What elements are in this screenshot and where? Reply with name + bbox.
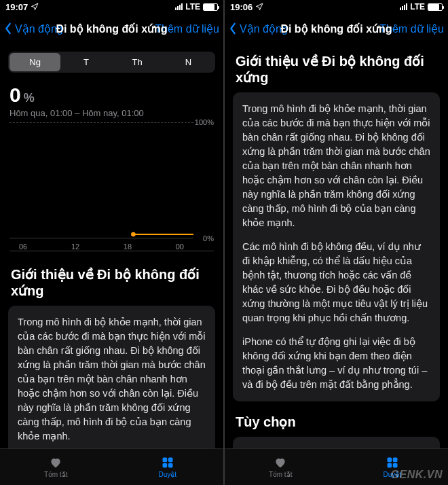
signal-icon — [175, 3, 183, 10]
battery-icon — [203, 3, 218, 11]
network-label: LTE — [185, 2, 200, 12]
date-range: Hôm qua, 01:00 – Hôm nay, 01:00 — [0, 107, 223, 122]
tab-bar: Tóm tắt Duyệt — [225, 448, 448, 485]
options-title: Tùy chọn — [225, 411, 448, 437]
about-card: Trong mô hình đi bộ khỏe mạnh, thời gian… — [8, 306, 215, 448]
chevron-left-icon — [229, 22, 237, 35]
heart-icon — [273, 456, 288, 469]
phone-right: 19:06 LTE Vận động Đi bộ không đối xứng … — [225, 0, 448, 485]
battery-icon — [428, 3, 443, 11]
phone-left: 19:07 LTE Vận động Đi bộ không đối xứng … — [0, 0, 223, 485]
x-axis-labels: 06 12 18 00 — [10, 242, 193, 251]
svg-rect-5 — [168, 463, 173, 468]
status-time: 19:06 — [230, 2, 253, 12]
tab-browse[interactable]: Duyệt — [112, 449, 224, 485]
nav-bar: Vận động Đi bộ không đối xứng Thêm dữ li… — [0, 14, 223, 43]
svg-point-1 — [131, 232, 136, 236]
svg-rect-8 — [387, 463, 392, 468]
svg-rect-3 — [168, 458, 173, 463]
tab-bar: Tóm tắt Duyệt — [0, 448, 223, 485]
svg-rect-2 — [162, 458, 167, 463]
segment-week[interactable]: T — [60, 53, 111, 71]
nav-bar: Vận động Đi bộ không đối xứng Thêm dữ li… — [225, 14, 448, 43]
tab-summary[interactable]: Tóm tắt — [0, 449, 112, 485]
y-tick-bottom: 0% — [203, 234, 214, 242]
metric-value: 0 % — [0, 84, 223, 107]
value-number: 0 — [10, 84, 21, 107]
heart-icon — [48, 456, 63, 469]
signal-icon — [400, 3, 407, 10]
chevron-left-icon — [4, 22, 12, 35]
svg-rect-4 — [162, 463, 167, 468]
location-icon — [255, 3, 263, 11]
svg-rect-9 — [393, 463, 398, 468]
segment-year[interactable]: N — [163, 53, 214, 71]
chart-line — [10, 209, 193, 238]
status-bar: 19:07 LTE — [0, 0, 223, 14]
segment-day[interactable]: Ng — [10, 53, 60, 71]
back-button[interactable]: Vận động — [229, 22, 288, 35]
status-bar: 19:06 LTE — [225, 0, 448, 14]
grid-icon — [160, 456, 175, 469]
add-to-favorites-row[interactable]: Thêm vào Mục ưa thích ☆ — [233, 437, 440, 448]
page-title: Đi bộ không đối xứng — [280, 22, 392, 35]
network-label: LTE — [410, 2, 425, 12]
about-card: Trong mô hình đi bộ khỏe mạnh, thời gian… — [233, 92, 440, 401]
value-unit: % — [24, 91, 35, 105]
location-icon — [31, 3, 39, 11]
y-tick-top: 100% — [195, 118, 214, 126]
tab-summary[interactable]: Tóm tắt — [225, 449, 337, 485]
about-paragraph: Trong mô hình đi bộ khỏe mạnh, thời gian… — [18, 315, 206, 444]
page-title: Đi bộ không đối xứng — [56, 22, 167, 35]
about-title: Giới thiệu về Đi bộ không đối xứng — [0, 264, 223, 306]
back-button[interactable]: Vận động — [4, 22, 63, 35]
time-segmented-control: Ng T Th N — [8, 52, 215, 73]
grid-icon — [385, 456, 400, 469]
about-title: Giới thiệu về Đi bộ không đối xứng — [225, 50, 448, 92]
segment-month[interactable]: Th — [112, 53, 163, 71]
about-paragraph: Các mô hình đi bộ không đều, ví dụ như đ… — [242, 240, 430, 325]
chart[interactable]: 100% 0% 06 12 18 00 — [10, 122, 214, 251]
tab-browse[interactable]: Duyệt — [337, 449, 449, 485]
svg-rect-7 — [393, 458, 398, 463]
about-paragraph: Trong mô hình đi bộ khỏe mạnh, thời gian… — [242, 102, 430, 230]
svg-rect-6 — [387, 458, 392, 463]
about-paragraph: iPhone có thể tự động ghi lại việc đi bộ… — [242, 335, 430, 392]
status-time: 19:07 — [5, 2, 28, 12]
